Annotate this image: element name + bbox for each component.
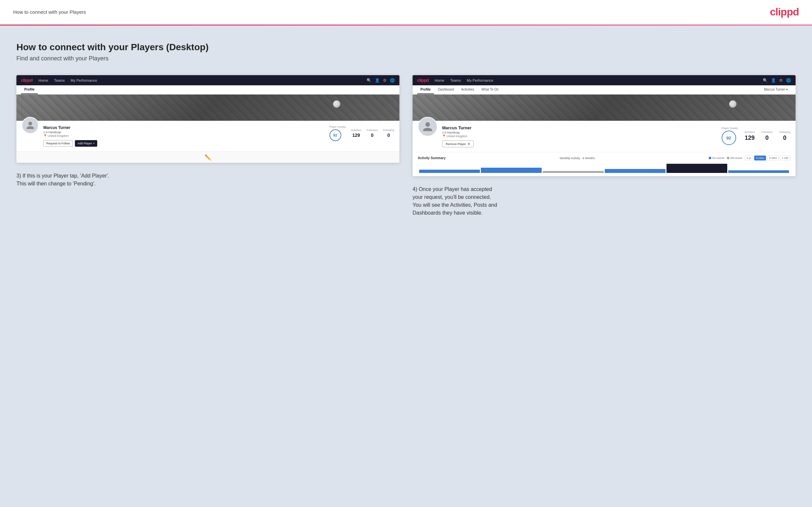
left-banner-overlay — [16, 95, 399, 121]
step3-line1: 3) If this is your Player tap, 'Add Play… — [16, 172, 399, 180]
right-nav-icons: 🔍 👤 ⚙ 🌐 — [763, 78, 791, 83]
on-course-dot — [709, 157, 711, 159]
left-stat-quality: Player Quality 92 — [329, 125, 346, 141]
page-subheading: Find and connect with your Players — [16, 55, 796, 62]
time-btn-1yr[interactable]: 1 yr — [745, 156, 753, 161]
right-profile-container: Marcus Turner 1-5 Handicap 📍 United King… — [413, 121, 796, 152]
right-tab-activities[interactable]: Activities — [458, 85, 477, 94]
activity-chart — [418, 163, 790, 173]
left-golf-ball — [333, 100, 340, 108]
step4-line3: You will see the Activities, Posts and — [413, 201, 796, 209]
left-avatar — [22, 117, 39, 134]
chart-bar-4 — [605, 169, 665, 173]
off-course-dot — [727, 157, 729, 159]
right-tab-dashboard[interactable]: Dashboard — [435, 85, 457, 94]
right-globe-icon[interactable]: 🌐 — [786, 78, 791, 83]
left-profile-name: Marcus Turner — [43, 125, 325, 130]
right-search-icon[interactable]: 🔍 — [763, 78, 768, 83]
right-banner-overlay — [413, 95, 796, 121]
right-stat-following: Following 0 — [779, 130, 790, 142]
step3-description: 3) If this is your Player tap, 'Add Play… — [16, 172, 399, 188]
right-golf-ball — [729, 100, 737, 108]
right-quality-circle: 92 — [722, 130, 736, 145]
left-golf-banner — [16, 95, 399, 121]
screenshot-right: clippd Home Teams My Performance 🔍 👤 ⚙ 🌐… — [413, 75, 796, 176]
activity-legend: On course Off course — [709, 157, 742, 160]
edit-icon: ✏️ — [205, 154, 211, 161]
right-tab-profile[interactable]: Profile — [417, 85, 434, 94]
left-screenshot-footer: ✏️ — [16, 151, 399, 163]
right-stat-activities: Activities 129 — [744, 130, 755, 142]
right-stats-row: Player Quality 92 Activities 129 Followe… — [722, 125, 790, 145]
plus-icon: + — [93, 142, 95, 145]
right-app-nav: clippd Home Teams My Performance 🔍 👤 ⚙ 🌐 — [413, 75, 796, 85]
step3-line2: This will then change to 'Pending'. — [16, 180, 399, 188]
screenshot-right-col: clippd Home Teams My Performance 🔍 👤 ⚙ 🌐… — [413, 75, 796, 217]
remove-player-button[interactable]: Remove Player ✕ — [442, 140, 474, 147]
right-stat-followers: Followers 0 — [761, 130, 773, 142]
chart-bar-1 — [419, 170, 480, 173]
left-nav-myperformance[interactable]: My Performance — [70, 78, 97, 82]
right-golf-banner — [413, 95, 796, 121]
left-tab-profile[interactable]: Profile — [21, 85, 38, 94]
chart-bar-6 — [728, 170, 789, 173]
right-location-icon: 📍 — [442, 134, 446, 138]
right-nav-home[interactable]: Home — [435, 78, 444, 82]
right-profile-info: Marcus Turner 1-5 Handicap 📍 United King… — [442, 125, 717, 147]
left-profile-buttons: Request to Follow Add Player + — [43, 140, 325, 147]
chart-bar-5 — [666, 164, 727, 173]
profile-icon[interactable]: 👤 — [375, 78, 380, 83]
right-nav-logo: clippd — [417, 78, 429, 83]
main-content: How to connect with your Players (Deskto… — [0, 25, 812, 506]
screenshot-left: clippd Home Teams My Performance 🔍 👤 ⚙ 🌐… — [16, 75, 399, 163]
settings-icon[interactable]: ⚙ — [383, 78, 387, 83]
request-follow-button[interactable]: Request to Follow — [43, 140, 73, 147]
step4-description: 4) Once your Player has accepted your re… — [413, 185, 796, 217]
left-stat-followers: Followers 0 — [367, 129, 378, 138]
left-app-tabs: Profile — [16, 85, 399, 95]
screenshot-left-col: clippd Home Teams My Performance 🔍 👤 ⚙ 🌐… — [16, 75, 399, 217]
right-profile-name: Marcus Turner — [442, 125, 717, 130]
globe-icon[interactable]: 🌐 — [390, 78, 395, 83]
activity-period: Monthly Activity · 6 Months — [560, 157, 595, 160]
activity-header: Activity Summary Monthly Activity · 6 Mo… — [418, 156, 790, 161]
right-profile-icon[interactable]: 👤 — [771, 78, 776, 83]
left-nav-teams[interactable]: Teams — [54, 78, 65, 82]
left-nav-home[interactable]: Home — [39, 78, 48, 82]
left-nav-icons: 🔍 👤 ⚙ 🌐 — [367, 78, 395, 83]
left-nav-logo: clippd — [21, 78, 33, 83]
left-quality-circle: 92 — [329, 129, 341, 141]
left-stat-activities: Activities 129 — [351, 129, 361, 138]
activity-summary: Activity Summary Monthly Activity · 6 Mo… — [413, 152, 796, 176]
right-settings-icon[interactable]: ⚙ — [779, 78, 783, 83]
right-profile-location: 📍 United Kingdom — [442, 134, 717, 138]
chart-bar-2 — [481, 168, 542, 173]
time-btn-6mths[interactable]: 6 mths — [754, 156, 766, 161]
right-nav-teams[interactable]: Teams — [450, 78, 461, 82]
add-player-button[interactable]: Add Player + — [75, 140, 97, 147]
search-icon[interactable]: 🔍 — [367, 78, 371, 83]
right-stat-quality: Player Quality 92 — [722, 127, 738, 145]
right-profile-section: Marcus Turner 1-5 Handicap 📍 United King… — [413, 121, 796, 152]
page-heading: How to connect with your Players (Deskto… — [16, 42, 796, 53]
time-btn-1mth[interactable]: 1 mth — [780, 156, 790, 161]
legend-on-course: On course — [709, 157, 724, 160]
close-icon: ✕ — [467, 142, 470, 146]
activity-title: Activity Summary — [418, 156, 445, 160]
left-stats-row: Player Quality 92 Activities 129 Followe… — [329, 125, 394, 141]
left-profile-container: Marcus Turner 1-5 Handicap 📍 United King… — [16, 121, 399, 151]
time-buttons: 1 yr 6 mths 3 mths 1 mth — [745, 156, 790, 161]
left-app-nav: clippd Home Teams My Performance 🔍 👤 ⚙ 🌐 — [16, 75, 399, 85]
activity-controls: On course Off course 1 yr 6 mths 3 — [709, 156, 790, 161]
right-nav-myperformance[interactable]: My Performance — [467, 78, 493, 82]
chart-bar-3 — [543, 171, 603, 173]
left-profile-section: Marcus Turner 1-5 Handicap 📍 United King… — [16, 121, 399, 151]
right-profile-handicap: 1-5 Handicap — [442, 131, 717, 134]
screenshots-row: clippd Home Teams My Performance 🔍 👤 ⚙ 🌐… — [16, 75, 796, 217]
right-tab-user-dropdown[interactable]: Marcus Turner ▾ — [761, 85, 791, 94]
time-btn-3mths[interactable]: 3 mths — [767, 156, 779, 161]
left-profile-info: Marcus Turner 1-5 Handicap 📍 United King… — [43, 125, 325, 147]
right-tab-whattoon[interactable]: What To On — [478, 85, 502, 94]
step4-line1: 4) Once your Player has accepted — [413, 185, 796, 193]
left-profile-location: 📍 United Kingdom — [43, 134, 325, 137]
